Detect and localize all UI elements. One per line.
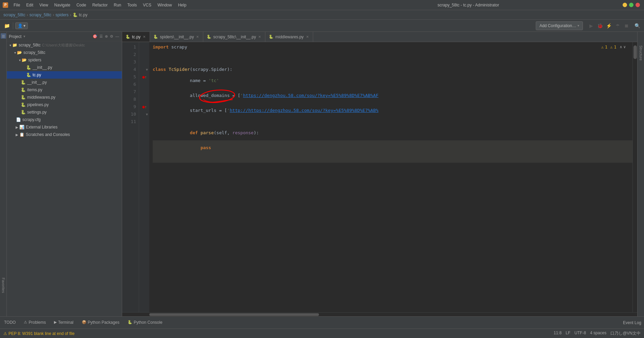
run-button[interactable]: ▶ bbox=[587, 22, 595, 30]
extra-info: 口乃し@VN文中 bbox=[610, 331, 641, 336]
tab-icon-tc: 🐍 bbox=[126, 35, 130, 39]
project-icon[interactable] bbox=[1, 33, 6, 39]
python-packages-icon: 📦 bbox=[82, 320, 87, 324]
event-log-label: Event Log bbox=[623, 320, 641, 325]
tree-item-settings[interactable]: 🐍 settings.py bbox=[7, 108, 122, 116]
menu-edit[interactable]: Edit bbox=[23, 2, 36, 8]
python-console-icon: 🐍 bbox=[128, 320, 132, 324]
code-line-11 bbox=[153, 155, 632, 163]
tab-close-spiders-init[interactable]: ✕ bbox=[195, 35, 200, 39]
menu-navigate[interactable]: Navigate bbox=[52, 2, 73, 8]
tab-python-packages[interactable]: 📦 Python Packages bbox=[80, 317, 121, 329]
debug-button[interactable]: 🐞 bbox=[596, 22, 604, 30]
window-minimize[interactable] bbox=[623, 3, 627, 7]
profile-button[interactable]: ⚡ bbox=[605, 22, 613, 30]
stop-button[interactable]: ⏹ bbox=[622, 22, 630, 30]
tab-icon-middlewares: 🐍 bbox=[269, 35, 273, 39]
fold-line4[interactable]: ▼ bbox=[145, 68, 149, 72]
structure-side-tab[interactable]: Structure bbox=[638, 43, 644, 64]
coverage-button[interactable]: ☂ bbox=[613, 22, 622, 30]
line-ending[interactable]: LF bbox=[566, 331, 570, 336]
warnings-nav-up[interactable]: ∧ bbox=[620, 43, 622, 51]
warnings-nav-down[interactable]: ∨ bbox=[623, 43, 626, 51]
left-side-panels: Favorites bbox=[0, 32, 7, 316]
favorites-side-tab[interactable]: Favorites bbox=[1, 276, 6, 296]
tree-item-init[interactable]: 🐍 __init__.py bbox=[7, 79, 122, 86]
fold-line10[interactable]: ▼ bbox=[145, 113, 149, 116]
todo-label: TODO bbox=[4, 320, 16, 325]
editor-area: 🐍 tc.py ✕ 🐍 spiders\__init__.py ✕ 🐍 scra… bbox=[122, 32, 637, 316]
tab-spiders-init[interactable]: 🐍 spiders\__init__.py ✕ bbox=[150, 32, 203, 42]
tab-label-tc: tc.py bbox=[132, 35, 140, 39]
sidebar-collapse-icon[interactable]: — bbox=[115, 34, 120, 39]
tab-tc-py[interactable]: 🐍 tc.py ✕ bbox=[122, 32, 150, 42]
code-editor[interactable]: 1 2 3 4 5 6 7 8 9 10 11 bbox=[122, 42, 637, 312]
tree-item-pipelines[interactable]: 🐍 pipelines.py bbox=[7, 101, 122, 108]
sidebar-expand-icon[interactable]: ☰ bbox=[99, 34, 103, 39]
menu-tools[interactable]: Tools bbox=[125, 2, 139, 8]
sidebar-settings-icon[interactable]: ⚙ bbox=[109, 34, 114, 39]
menu-run[interactable]: Run bbox=[111, 2, 124, 8]
tree-item-spiders[interactable]: ▾ 📂 spiders bbox=[7, 56, 122, 64]
tab-todo[interactable]: TODO bbox=[3, 317, 17, 329]
tree-item-scrapy-cfg[interactable]: 📄 scrapy.cfg bbox=[7, 116, 122, 123]
tree-item-scratches[interactable]: ▶ 📋 Scratches and Consoles bbox=[7, 131, 122, 138]
statusbar-warning: ⚠ PEP 8: W391 blank line at end of file bbox=[3, 331, 75, 336]
add-configuration-button[interactable]: Add Configuration… ▾ bbox=[536, 21, 583, 30]
tree-item-scrapy58tc[interactable]: ▾ 📂 scrapy_58tc bbox=[7, 49, 122, 56]
menu-view[interactable]: View bbox=[37, 2, 51, 8]
window-maximize[interactable] bbox=[629, 3, 633, 7]
tab-problems[interactable]: ⚠ Problems bbox=[22, 317, 47, 329]
breadcrumb-item-2[interactable]: scrapy_58tc bbox=[30, 13, 52, 17]
editor-hscrollbar[interactable] bbox=[122, 312, 637, 316]
tree-item-middlewares[interactable]: 🐍 middlewares.py bbox=[7, 94, 122, 101]
tree-item-root[interactable]: ▾ 📁 scrapy_58tc C:\Users\大暗醬酱\Desktc bbox=[7, 41, 122, 49]
tree-item-spiders-init[interactable]: 🐍 __init__.py bbox=[7, 64, 122, 71]
tree-item-external-libs[interactable]: ▶ 📊 External Libraries bbox=[7, 123, 122, 131]
titlebar: P File Edit View Navigate Code Refactor … bbox=[0, 0, 644, 10]
menu-vcs[interactable]: VCS bbox=[140, 2, 154, 8]
cursor-position[interactable]: 11:8 bbox=[554, 331, 562, 336]
editor-vscrollbar[interactable] bbox=[632, 42, 637, 312]
code-line-2 bbox=[153, 51, 632, 58]
terminal-icon: ▶ bbox=[54, 320, 57, 324]
python-console-label: Python Console bbox=[134, 320, 163, 325]
project-panel-toggle[interactable]: 📁 bbox=[3, 22, 11, 30]
sidebar-sort-icon[interactable]: ⊕ bbox=[104, 34, 109, 39]
editor-tabs: 🐍 tc.py ✕ 🐍 spiders\__init__.py ✕ 🐍 scra… bbox=[122, 32, 637, 42]
tab-python-console[interactable]: 🐍 Python Console bbox=[126, 317, 164, 329]
tab-terminal[interactable]: ▶ Terminal bbox=[53, 317, 75, 329]
tree-item-tc-py[interactable]: 🐍 tc.py bbox=[7, 71, 122, 79]
profile-dropdown[interactable]: 👤 ▾ bbox=[15, 22, 28, 29]
tab-close-scrapy-init[interactable]: ✕ bbox=[258, 35, 262, 39]
encoding[interactable]: UTF-8 bbox=[574, 331, 586, 336]
tab-middlewares[interactable]: 🐍 middlewares.py ✕ bbox=[265, 32, 313, 42]
menu-window[interactable]: Window bbox=[155, 2, 175, 8]
code-line-7: start_urls = ['http://https://dengzhou.5… bbox=[153, 103, 632, 118]
breadcrumb-item-1[interactable]: scrapy_58tc bbox=[3, 13, 25, 17]
tab-close-tc[interactable]: ✕ bbox=[142, 35, 146, 39]
breadcrumb: scrapy_58tc › scrapy_58tc › spiders › 🐍 … bbox=[0, 10, 644, 20]
breadcrumb-item-3[interactable]: spiders bbox=[55, 13, 69, 17]
menu-help[interactable]: Help bbox=[175, 2, 189, 8]
tab-close-middlewares[interactable]: ✕ bbox=[305, 35, 309, 39]
menu-refactor[interactable]: Refactor bbox=[90, 2, 110, 8]
breadcrumb-item-4[interactable]: 🐍 tc.py bbox=[73, 13, 88, 17]
tree-item-items[interactable]: 🐍 items.py bbox=[7, 86, 122, 94]
window-close[interactable] bbox=[636, 3, 640, 7]
sidebar-locate-icon[interactable]: 🎯 bbox=[92, 34, 98, 39]
code-content[interactable]: ⚠1⚠1 ∧ ∨ import scrapy class TcSpider(sc… bbox=[149, 42, 632, 312]
search-everywhere-button[interactable]: 🔍 bbox=[633, 22, 641, 30]
vscroll-thumb[interactable] bbox=[633, 45, 637, 59]
indent-info[interactable]: 4 spaces bbox=[590, 331, 606, 336]
bottom-toolbar: TODO ⚠ Problems ▶ Terminal 📦 Python Pack… bbox=[0, 316, 644, 329]
hscroll-thumb[interactable] bbox=[149, 313, 319, 316]
terminal-label: Terminal bbox=[58, 320, 73, 325]
event-log-button[interactable]: Event Log bbox=[623, 320, 641, 325]
tab-icon-spiders-init: 🐍 bbox=[153, 35, 158, 39]
statusbar: ⚠ PEP 8: W391 blank line at end of file … bbox=[0, 329, 644, 338]
code-line-8 bbox=[153, 118, 632, 125]
menu-code[interactable]: Code bbox=[74, 2, 89, 8]
menu-file[interactable]: File bbox=[11, 2, 23, 8]
tab-scrapy-init[interactable]: 🐍 scrapy_58tc\__init__.py ✕ bbox=[203, 32, 265, 42]
